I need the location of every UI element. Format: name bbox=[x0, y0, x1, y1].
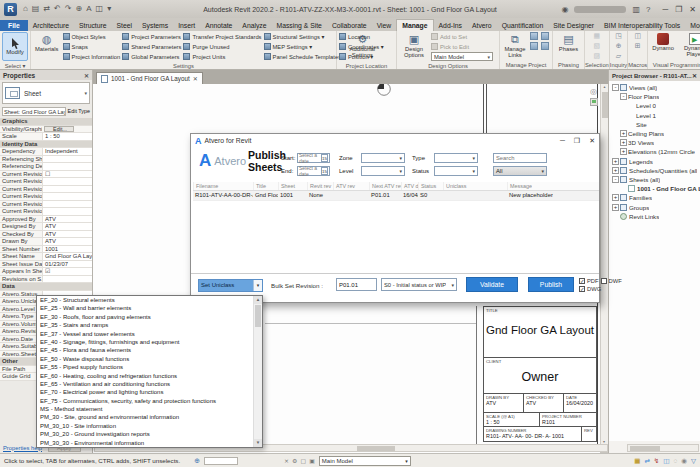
tree-expander-icon[interactable]: + bbox=[620, 130, 627, 137]
revision-input[interactable] bbox=[336, 278, 377, 291]
property-row[interactable]: Sheet Name Gnd Floor GA Lay... bbox=[0, 253, 92, 261]
main-model-combo[interactable]: Main Model ▾ bbox=[319, 456, 411, 466]
ribbon-tab[interactable]: Manage bbox=[396, 19, 433, 31]
uniclass-dropdown-scrollbar[interactable]: ▲ ▼ bbox=[253, 296, 262, 447]
qat-icon[interactable]: ▤ bbox=[32, 2, 40, 16]
property-row[interactable]: Visibility/Graphi... Edit... bbox=[0, 126, 92, 134]
scrollbar-thumb[interactable] bbox=[630, 446, 660, 451]
materials-button[interactable]: ◍ Materials bbox=[33, 32, 61, 53]
ribbon-tab[interactable]: Collaborate bbox=[327, 20, 372, 31]
pdf-checkbox[interactable]: ✓ bbox=[579, 278, 585, 284]
tree-item[interactable]: Site bbox=[609, 120, 700, 129]
view-tab[interactable]: 1001 - Gnd Floor GA Layout ✕ bbox=[96, 72, 203, 84]
close-button[interactable]: ✕ bbox=[689, 5, 696, 14]
bulk-status-combo[interactable]: S0 - Initial status or WIP▾ bbox=[381, 278, 457, 291]
property-value[interactable] bbox=[42, 276, 92, 283]
user-icon[interactable]: ◉ bbox=[561, 5, 568, 14]
select-underlay-icon[interactable]: ◉ bbox=[681, 457, 687, 465]
publish-button[interactable]: Publish bbox=[528, 277, 574, 292]
ribbon-tab[interactable]: BIM Interoperability Tools bbox=[599, 20, 685, 31]
property-value[interactable] bbox=[42, 163, 92, 170]
property-value[interactable]: 1 : 50 bbox=[42, 133, 92, 140]
ribbon-tab[interactable]: Steel bbox=[112, 20, 138, 31]
ribbon-small-button[interactable]: Global Parameters bbox=[122, 52, 181, 61]
view-cube-icon[interactable] bbox=[590, 98, 598, 106]
design-options-status-icon[interactable]: ▢ bbox=[300, 457, 306, 464]
tree-item[interactable]: 1001 - Gnd Floor GA La bbox=[609, 184, 700, 193]
revit-logo-icon[interactable]: R bbox=[4, 3, 17, 16]
browser-horizontal-scrollbar[interactable] bbox=[627, 444, 699, 452]
property-row[interactable]: Referencing De... bbox=[0, 163, 92, 171]
property-row[interactable]: Checked By ATV bbox=[0, 231, 92, 239]
ribbon-tab[interactable]: Atvero bbox=[467, 20, 497, 31]
exclude-options-icon[interactable]: ▦ bbox=[634, 457, 640, 465]
manage-project-icons[interactable] bbox=[530, 32, 550, 50]
column-header[interactable]: Revit rev bbox=[307, 182, 333, 190]
dialog-minimize-button[interactable]: ─ bbox=[560, 137, 565, 145]
property-row[interactable]: Designed By ATV bbox=[0, 223, 92, 231]
uniclass-option[interactable]: EF_40 - Signage, fittings, furnishings a… bbox=[37, 338, 253, 346]
level-combo[interactable]: ▾ bbox=[361, 166, 405, 176]
tree-expander-icon[interactable]: + bbox=[620, 148, 627, 155]
canvas-vertical-scrollbar[interactable]: ▴ ◎ ▾ bbox=[600, 84, 608, 444]
qat-icon[interactable]: ⌂ bbox=[23, 2, 28, 16]
review-icon[interactable]: ▱ bbox=[616, 52, 621, 60]
column-header[interactable]: Next ATV rev bbox=[369, 182, 401, 190]
property-row[interactable]: Current Revisio... bbox=[0, 193, 92, 201]
ribbon-tab[interactable]: Massing & Site bbox=[272, 20, 327, 31]
edit-type-button[interactable]: Edit Type bbox=[68, 108, 90, 114]
sheet-row[interactable]: R101-ATV-AA-00-DR-A-1001Gnd Floor GA Lay… bbox=[193, 191, 599, 201]
property-value[interactable]: Gnd Floor GA Lay... bbox=[42, 253, 92, 260]
title-block[interactable]: TITLE Gnd Floor GA Layout CLIENT Owner D… bbox=[483, 306, 597, 442]
column-header[interactable]: Message bbox=[507, 182, 532, 190]
worksets-box[interactable] bbox=[204, 457, 238, 465]
user-name-blurred[interactable] bbox=[574, 6, 626, 13]
ribbon-tab[interactable]: Insert bbox=[173, 20, 200, 31]
uniclass-option[interactable]: EF_55 - Piped supply functions bbox=[37, 363, 253, 371]
property-row[interactable]: Current Revisio... bbox=[0, 201, 92, 209]
property-value[interactable]: ATV bbox=[42, 216, 92, 223]
scroll-up-icon[interactable]: ▲ bbox=[254, 296, 262, 304]
navigation-wheel-icon[interactable]: ◎ bbox=[590, 87, 597, 96]
tree-item[interactable]: - Floor Plans bbox=[609, 92, 700, 101]
property-value[interactable]: Independent bbox=[42, 148, 92, 155]
column-header[interactable]: ATV rev bbox=[333, 182, 369, 190]
column-header[interactable]: Status bbox=[418, 182, 443, 190]
manage-images-icon[interactable] bbox=[530, 32, 538, 40]
uniclass-option[interactable]: EF_45 - Flora and fauna elements bbox=[37, 346, 253, 354]
property-row[interactable]: Current Revisio... ☐ bbox=[0, 171, 92, 179]
minimize-button[interactable]: ─ bbox=[662, 5, 668, 14]
dialog-close-button[interactable]: ✕ bbox=[589, 137, 595, 145]
ribbon-small-button[interactable]: Project Parameters bbox=[122, 32, 181, 41]
uniclass-option[interactable]: PM_30 - Site, ground and environmental i… bbox=[37, 413, 253, 421]
property-row[interactable]: Scale 1 : 50 bbox=[0, 133, 92, 141]
panel-caption-settings[interactable]: Settings bbox=[31, 62, 336, 70]
property-value[interactable]: ATV bbox=[42, 223, 92, 230]
ribbon-tab[interactable]: Systems bbox=[137, 20, 173, 31]
tree-item[interactable]: Level 0 bbox=[609, 101, 700, 110]
manage-links-button[interactable]: ⧉ Manage Links bbox=[502, 32, 528, 59]
property-value[interactable]: ATV bbox=[42, 238, 92, 245]
uniclass-option[interactable]: EF_65 - Ventilation and air conditioning… bbox=[37, 380, 253, 388]
tree-expander-icon[interactable]: + bbox=[612, 158, 619, 165]
validate-button[interactable]: Validate bbox=[466, 277, 518, 292]
sun-settings-icon[interactable] bbox=[541, 42, 549, 50]
uniclass-option[interactable]: EF_25 - Wall and barrier elements bbox=[37, 304, 253, 312]
view-tab-close-icon[interactable]: ✕ bbox=[193, 75, 198, 82]
start-date-field[interactable]: Select a date 15 bbox=[297, 153, 330, 163]
property-row[interactable]: Identity Data bbox=[0, 141, 92, 149]
property-value[interactable] bbox=[42, 156, 92, 163]
panel-caption-phasing[interactable]: Phasing bbox=[553, 61, 584, 69]
properties-close-icon[interactable]: ✕ bbox=[84, 72, 89, 79]
tree-item[interactable]: + Schedules/Quantities (all bbox=[609, 166, 700, 175]
sheets-table-header[interactable]: FilenameTitleSheetRevit revATV revNext A… bbox=[193, 182, 599, 191]
property-value[interactable]: 1001 bbox=[42, 246, 92, 253]
property-value[interactable] bbox=[42, 193, 92, 200]
property-value[interactable] bbox=[42, 178, 92, 185]
uniclass-option[interactable]: PM_30_30 - Environmental information bbox=[37, 439, 253, 447]
type-selector[interactable]: Sheet ▾ bbox=[2, 82, 90, 104]
filter-icon[interactable]: ▽ bbox=[691, 457, 696, 465]
uniclass-option[interactable]: PM_30_20 - Ground investigation reports bbox=[37, 430, 253, 438]
panel-caption-selection[interactable]: Selection bbox=[585, 61, 609, 69]
calendar-icon[interactable]: 15 bbox=[321, 154, 328, 162]
